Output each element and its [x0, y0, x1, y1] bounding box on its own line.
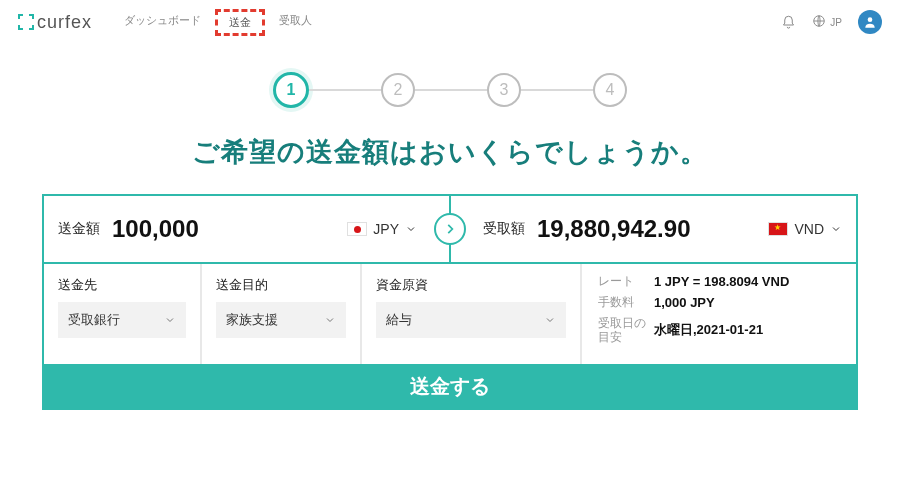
progress-steps: 1 2 3 4: [0, 72, 900, 108]
nav-transfer[interactable]: 送金: [223, 13, 257, 32]
send-currency-select[interactable]: JPY: [347, 221, 417, 237]
nav-recipients[interactable]: 受取人: [279, 13, 312, 32]
destination-col: 送金先 受取銀行: [44, 264, 202, 364]
transfer-card: 送金額 100,000 JPY 受取額 19,880,942.90 VND: [42, 194, 858, 410]
send-amount-value[interactable]: 100,000: [112, 215, 335, 243]
step-1[interactable]: 1: [273, 72, 309, 108]
header-right: JP: [781, 10, 882, 34]
eta-row: 受取日の目安 水曜日,2021-01-21: [598, 316, 840, 345]
send-amount-box: 送金額 100,000 JPY: [44, 196, 431, 262]
step-3[interactable]: 3: [487, 73, 521, 107]
bell-icon[interactable]: [781, 15, 796, 30]
submit-button[interactable]: 送金する: [44, 364, 856, 408]
language-label: JP: [830, 17, 842, 28]
chevron-down-icon: [164, 314, 176, 326]
vietnam-flag-icon: [768, 222, 788, 236]
receive-currency-select[interactable]: VND: [768, 221, 842, 237]
brand-text: curfex: [37, 12, 92, 33]
header: curfex ダッシュボード 送金 受取人 JP: [0, 0, 900, 44]
purpose-select[interactable]: 家族支援: [216, 302, 346, 338]
source-select[interactable]: 給与: [376, 302, 566, 338]
receive-amount-value[interactable]: 19,880,942.90: [537, 215, 756, 243]
logo-mark-icon: [18, 14, 34, 30]
destination-label: 送金先: [58, 276, 186, 294]
send-currency-code: JPY: [373, 221, 399, 237]
source-col: 資金原資 給与: [362, 264, 582, 364]
step-connector: [415, 89, 487, 91]
chevron-down-icon: [405, 223, 417, 235]
svg-point-1: [868, 17, 873, 22]
step-4[interactable]: 4: [593, 73, 627, 107]
rate-label: レート: [598, 274, 646, 288]
source-label: 資金原資: [376, 276, 566, 294]
direction-arrow: [431, 196, 469, 262]
send-amount-label: 送金額: [58, 220, 100, 238]
source-value: 給与: [386, 311, 412, 329]
eta-label: 受取日の目安: [598, 316, 646, 345]
destination-value: 受取銀行: [68, 311, 120, 329]
step-connector: [309, 89, 381, 91]
receive-amount-label: 受取額: [483, 220, 525, 238]
rate-value: 1 JPY = 198.8094 VND: [654, 274, 789, 289]
globe-icon: [812, 14, 826, 30]
chevron-down-icon: [830, 223, 842, 235]
japan-flag-icon: [347, 222, 367, 236]
receive-amount-box: 受取額 19,880,942.90 VND: [469, 196, 856, 262]
language-switch[interactable]: JP: [812, 14, 842, 30]
purpose-label: 送金目的: [216, 276, 346, 294]
fee-value: 1,000 JPY: [654, 295, 715, 310]
fee-label: 手数料: [598, 295, 646, 309]
summary-col: レート 1 JPY = 198.8094 VND 手数料 1,000 JPY 受…: [582, 264, 856, 364]
options-row: 送金先 受取銀行 送金目的 家族支援 資金原資 給与 レート 1 JPY = 1…: [44, 262, 856, 364]
step-connector: [521, 89, 593, 91]
avatar[interactable]: [858, 10, 882, 34]
rate-row: レート 1 JPY = 198.8094 VND: [598, 274, 840, 289]
logo[interactable]: curfex: [18, 12, 92, 33]
nav-dashboard[interactable]: ダッシュボード: [124, 13, 201, 32]
amount-row: 送金額 100,000 JPY 受取額 19,880,942.90 VND: [44, 196, 856, 262]
fee-row: 手数料 1,000 JPY: [598, 295, 840, 310]
page-title: ご希望の送金額はおいくらでしょうか。: [0, 134, 900, 170]
purpose-value: 家族支援: [226, 311, 278, 329]
arrow-right-icon: [434, 213, 466, 245]
top-nav: ダッシュボード 送金 受取人: [124, 13, 312, 32]
destination-select[interactable]: 受取銀行: [58, 302, 186, 338]
chevron-down-icon: [324, 314, 336, 326]
step-2[interactable]: 2: [381, 73, 415, 107]
receive-currency-code: VND: [794, 221, 824, 237]
purpose-col: 送金目的 家族支援: [202, 264, 362, 364]
eta-value: 水曜日,2021-01-21: [654, 321, 763, 339]
chevron-down-icon: [544, 314, 556, 326]
